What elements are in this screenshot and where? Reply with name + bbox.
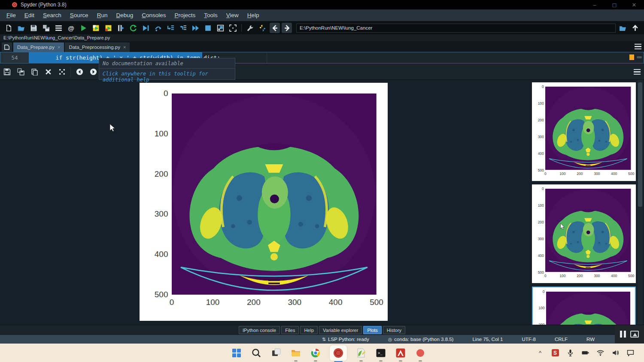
plots-options-menu-icon[interactable] bbox=[634, 69, 641, 75]
task-view-icon[interactable] bbox=[270, 347, 282, 359]
ct-scan-image bbox=[545, 189, 631, 272]
tab-files[interactable]: Files bbox=[281, 326, 299, 334]
main-plot-figure[interactable]: 0100200300400500 0100200300400500 bbox=[140, 83, 388, 321]
plot-thumbnail-1[interactable]: 0100200300400500 0100200300400500 bbox=[532, 82, 636, 181]
window-controls: – ◻ ✕ bbox=[585, 0, 644, 9]
preferences-wrench-icon[interactable] bbox=[245, 23, 255, 33]
symbol-finder-icon[interactable]: @ bbox=[66, 23, 76, 33]
thumbnails-scrollbar[interactable] bbox=[638, 80, 643, 325]
editor-ruler bbox=[267, 52, 267, 63]
tab-data-prepare[interactable]: Data_Prepare.py × bbox=[13, 42, 64, 52]
step-over-icon[interactable] bbox=[153, 23, 164, 33]
fast-forward-icon[interactable] bbox=[190, 23, 201, 33]
browse-tabs-icon[interactable] bbox=[2, 42, 12, 51]
forward-icon[interactable] bbox=[282, 23, 292, 33]
run-selection-icon[interactable] bbox=[115, 23, 126, 33]
parent-directory-icon[interactable] bbox=[630, 23, 641, 33]
fullscreen-icon[interactable] bbox=[228, 23, 238, 33]
step-into-icon[interactable] bbox=[165, 23, 176, 33]
code-editor[interactable]: 54 if str(height) + ' x ' + str(width) i… bbox=[0, 52, 644, 63]
debug-continue-icon[interactable] bbox=[140, 23, 151, 33]
step-return-icon[interactable] bbox=[178, 23, 188, 33]
rerun-cell-icon[interactable] bbox=[103, 23, 114, 33]
back-icon[interactable] bbox=[270, 23, 280, 33]
menu-edit[interactable]: Edit bbox=[21, 10, 38, 20]
editor-options-menu-icon[interactable] bbox=[635, 44, 641, 50]
windows-taskbar: >_ ^ S bbox=[0, 344, 644, 362]
tab-help[interactable]: Help bbox=[300, 326, 318, 334]
battery-icon[interactable] bbox=[581, 349, 589, 357]
copy-plot-icon[interactable] bbox=[29, 67, 39, 77]
close-button[interactable]: ✕ bbox=[624, 0, 644, 9]
new-file-icon[interactable] bbox=[3, 23, 14, 33]
start-button-icon[interactable] bbox=[231, 347, 242, 359]
microphone-icon[interactable] bbox=[566, 349, 574, 357]
tab-variable-explorer[interactable]: Variable explorer bbox=[319, 326, 362, 334]
save-plot-icon[interactable] bbox=[2, 67, 12, 77]
volume-icon[interactable] bbox=[611, 349, 620, 357]
tab-ipython-console[interactable]: IPython console bbox=[239, 326, 280, 334]
menu-file[interactable]: File bbox=[3, 10, 20, 20]
remove-plot-icon[interactable] bbox=[43, 67, 53, 77]
ct-scan-image bbox=[172, 94, 377, 295]
menu-source[interactable]: Source bbox=[66, 10, 92, 20]
menu-view[interactable]: View bbox=[222, 10, 243, 20]
recorder-overlay bbox=[615, 325, 644, 343]
browse-directory-icon[interactable] bbox=[617, 23, 628, 33]
save-icon[interactable] bbox=[28, 23, 39, 33]
tab-close-icon[interactable]: × bbox=[123, 45, 126, 50]
search-icon[interactable] bbox=[251, 347, 262, 359]
tray-s-app-icon[interactable]: S bbox=[551, 349, 559, 357]
maximize-pane-icon[interactable] bbox=[215, 23, 226, 33]
toolbar-separator bbox=[241, 24, 242, 32]
menu-debug[interactable]: Debug bbox=[112, 10, 137, 20]
chrome-icon[interactable] bbox=[310, 347, 321, 359]
x-tick-label: 400 bbox=[329, 298, 343, 307]
maximize-button[interactable]: ◻ bbox=[605, 0, 624, 9]
terminal-icon[interactable]: >_ bbox=[375, 347, 386, 359]
menu-projects[interactable]: Projects bbox=[171, 10, 200, 20]
tab-data-preprocessing[interactable]: Data_Preprocessing.py × bbox=[65, 42, 130, 52]
next-plot-icon[interactable] bbox=[88, 67, 98, 77]
tab-close-icon[interactable]: × bbox=[58, 45, 60, 50]
tab-plots[interactable]: Plots bbox=[363, 326, 381, 334]
previous-plot-icon[interactable] bbox=[74, 67, 85, 77]
minimize-button[interactable]: – bbox=[585, 0, 605, 9]
scrollbar-thumb[interactable] bbox=[638, 82, 642, 207]
menu-help[interactable]: Help bbox=[243, 10, 263, 20]
tooltip-help-link[interactable]: Click anywhere in this tooltip for addit… bbox=[99, 69, 235, 85]
record-button-icon[interactable] bbox=[415, 347, 426, 359]
snapshot-icon[interactable] bbox=[630, 331, 639, 338]
save-all-plots-icon[interactable] bbox=[15, 67, 26, 77]
remove-all-plots-icon[interactable] bbox=[57, 67, 67, 77]
conda-status[interactable]: ◎ conda: base (Python 3.8.5) bbox=[388, 337, 454, 342]
rerun-last-cell-icon[interactable] bbox=[128, 23, 139, 33]
menu-run[interactable]: Run bbox=[93, 10, 112, 20]
pause-icon[interactable] bbox=[620, 331, 626, 338]
run-cell-icon[interactable] bbox=[91, 23, 101, 33]
documentation-tooltip[interactable]: No documentation available Click anywher… bbox=[99, 58, 235, 80]
plot-thumbnail-2[interactable]: 0100200300400500 0100200300400500 bbox=[532, 184, 636, 283]
run-file-icon[interactable] bbox=[78, 23, 89, 33]
editor-scrollbar-handle[interactable] bbox=[637, 56, 642, 58]
pdf-reader-icon[interactable] bbox=[395, 347, 406, 359]
file-switcher-icon[interactable] bbox=[53, 23, 64, 33]
menu-tools[interactable]: Tools bbox=[200, 10, 222, 20]
working-directory-input[interactable]: E:\PythonRun\NEW\lung_Cancer bbox=[296, 24, 616, 33]
plot-thumbnail-3-selected[interactable]: 0100200300400500 0100200300400500 bbox=[532, 287, 636, 325]
menu-search[interactable]: Search bbox=[39, 10, 65, 20]
tab-history[interactable]: History bbox=[383, 326, 405, 334]
stop-debug-icon[interactable] bbox=[203, 23, 213, 33]
pythonpath-manager-icon[interactable] bbox=[257, 23, 268, 33]
y-tick-label: 100 bbox=[533, 306, 544, 310]
spyder-taskbar-icon[interactable] bbox=[330, 345, 347, 361]
chat-icon[interactable] bbox=[626, 349, 635, 357]
save-all-icon[interactable] bbox=[41, 23, 52, 33]
file-explorer-icon[interactable] bbox=[290, 347, 301, 359]
menu-consoles[interactable]: Consoles bbox=[138, 10, 170, 20]
open-file-icon[interactable] bbox=[16, 23, 27, 33]
wifi-icon[interactable] bbox=[596, 349, 605, 357]
tray-chevron-icon[interactable]: ^ bbox=[536, 349, 544, 357]
notepad-plus-icon[interactable] bbox=[355, 347, 367, 359]
tab-label: Data_Prepare.py bbox=[17, 45, 55, 50]
